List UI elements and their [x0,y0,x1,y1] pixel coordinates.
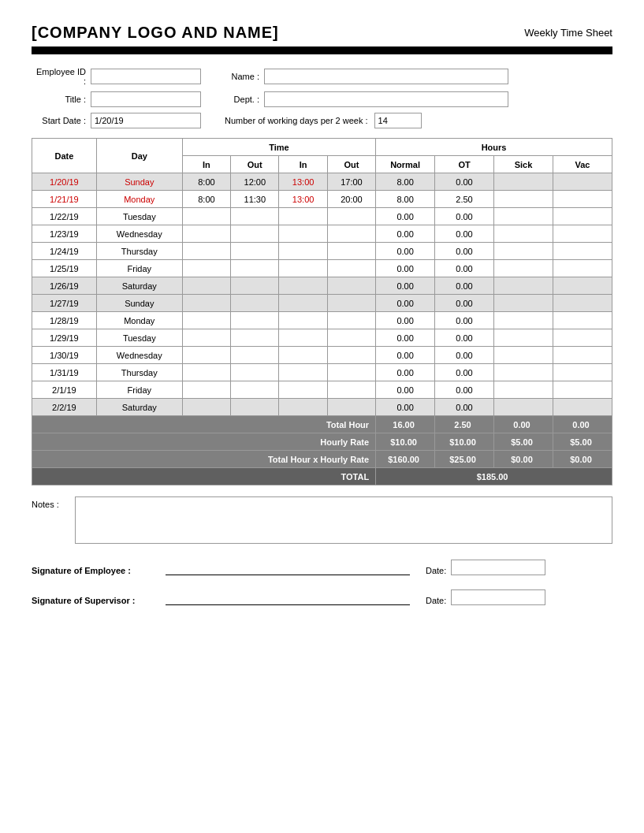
cell-sick [494,260,553,277]
name-input[interactable] [264,69,508,84]
cell-in1 [182,399,230,416]
sig-row-supervisor: Signature of Supervisor : Date: [32,589,612,605]
cell-vac [553,173,612,191]
hourly-rate-sick: $5.00 [494,433,553,451]
table-row: 1/30/19 Wednesday 0.00 0.00 [32,347,612,364]
col-header-hours-group: Hours [376,139,612,156]
cell-out1 [231,329,279,347]
timesheet-table: Date Day Time Hours In Out In Out Normal… [32,138,612,485]
table-row: 2/1/19 Friday 0.00 0.00 [32,381,612,399]
cell-in2 [279,225,327,243]
cell-sick [494,277,553,295]
cell-sick [494,243,553,260]
working-days-input[interactable] [374,113,422,128]
cell-day: Tuesday [96,208,182,225]
cell-ot: 0.00 [435,364,494,381]
table-row: 1/21/19 Monday 8:00 11:30 13:00 20:00 8.… [32,191,612,208]
cell-date: 1/28/19 [32,312,97,329]
cell-out2 [327,208,375,225]
col-header-time-group: Time [182,139,375,156]
cell-in1 [182,347,230,364]
cell-date: 1/21/19 [32,191,97,208]
total-x-rate-vac: $0.00 [553,451,612,468]
cell-ot: 0.00 [435,260,494,277]
cell-normal: 0.00 [376,312,435,329]
title-input[interactable] [91,91,201,107]
cell-normal: 0.00 [376,208,435,225]
cell-normal: 0.00 [376,243,435,260]
cell-ot: 0.00 [435,225,494,243]
signature-section: Signature of Employee : Date: Signature … [32,560,612,605]
cell-in1 [182,225,230,243]
table-row: 1/24/19 Thursday 0.00 0.00 [32,243,612,260]
cell-date: 1/29/19 [32,329,97,347]
cell-in1: 8:00 [182,173,230,191]
table-row: 1/31/19 Thursday 0.00 0.00 [32,364,612,381]
sig-date-input-1[interactable] [451,560,545,575]
cell-vac [553,399,612,416]
table-row: 1/23/19 Wednesday 0.00 0.00 [32,225,612,243]
cell-sick [494,364,553,381]
cell-in2 [279,312,327,329]
cell-vac [553,225,612,243]
col-header-ot: OT [435,156,494,173]
cell-out2 [327,277,375,295]
start-date-input[interactable] [91,113,201,128]
cell-out1 [231,260,279,277]
cell-normal: 0.00 [376,277,435,295]
notes-input[interactable] [75,496,612,544]
form-section: Employee ID : Name : Title : Dept. : Sta… [32,67,612,128]
cell-in1 [182,260,230,277]
cell-in2 [279,208,327,225]
cell-in2: 13:00 [279,173,327,191]
cell-day: Saturday [96,277,182,295]
hourly-rate-vac: $5.00 [553,433,612,451]
cell-vac [553,191,612,208]
cell-day: Wednesday [96,225,182,243]
cell-normal: 0.00 [376,399,435,416]
table-row: 1/20/19 Sunday 8:00 12:00 13:00 17:00 8.… [32,173,612,191]
row-total-x-rate: Total Hour x Hourly Rate $160.00 $25.00 … [32,451,612,468]
notes-label: Notes : [32,496,75,509]
row-total-hour: Total Hour 16.00 2.50 0.00 0.00 [32,416,612,433]
cell-in2 [279,295,327,312]
cell-ot: 0.00 [435,347,494,364]
cell-date: 1/23/19 [32,225,97,243]
cell-day: Monday [96,312,182,329]
cell-out2 [327,381,375,399]
employee-id-input[interactable] [91,69,201,84]
cell-out1 [231,312,279,329]
dept-input[interactable] [264,91,508,107]
cell-vac [553,243,612,260]
cell-in1: 8:00 [182,191,230,208]
cell-out2 [327,399,375,416]
cell-out1 [231,381,279,399]
cell-out1 [231,295,279,312]
cell-normal: 0.00 [376,364,435,381]
cell-ot: 2.50 [435,191,494,208]
total-x-rate-ot: $25.00 [435,451,494,468]
sig-date-input-2[interactable] [451,589,545,605]
cell-vac [553,381,612,399]
cell-normal: 0.00 [376,225,435,243]
cell-day: Sunday [96,173,182,191]
cell-ot: 0.00 [435,243,494,260]
row-grand-total: TOTAL $185.00 [32,468,612,485]
cell-vac [553,208,612,225]
cell-day: Thursday [96,243,182,260]
sig-row-employee: Signature of Employee : Date: [32,560,612,575]
cell-in2 [279,260,327,277]
form-row-startdate: Start Date : Number of working days per … [32,113,612,128]
cell-in1 [182,208,230,225]
start-date-label: Start Date : [32,116,91,125]
col-header-out2: Out [327,156,375,173]
header: [COMPANY LOGO AND NAME] Weekly Time Shee… [32,24,612,42]
cell-ot: 0.00 [435,312,494,329]
cell-sick [494,347,553,364]
name-label: Name : [225,72,264,81]
cell-in1 [182,381,230,399]
col-header-date: Date [32,139,97,173]
cell-in2 [279,347,327,364]
hourly-rate-normal: $10.00 [376,433,435,451]
cell-sick [494,381,553,399]
